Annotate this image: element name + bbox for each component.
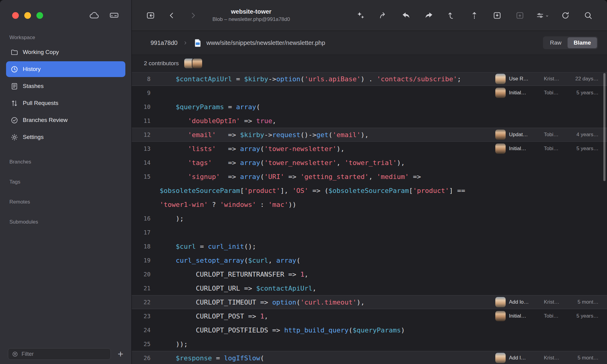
code-text: $queryParams = array( xyxy=(155,103,607,111)
blame-commit-message: Initial… xyxy=(509,146,541,152)
sidebar-section-tags[interactable]: Tags xyxy=(9,179,131,185)
zoom-button[interactable] xyxy=(36,12,43,19)
code-text: $curl = curl_init(); xyxy=(155,243,607,250)
sidebar-item-label: History xyxy=(23,66,41,72)
apply-stash-icon xyxy=(515,11,524,20)
sidebar-item-branches-review[interactable]: Branches Review xyxy=(6,112,125,128)
sidebar-item-history[interactable]: History xyxy=(6,61,125,77)
code-line-17[interactable]: 17 xyxy=(132,225,607,239)
filter-input[interactable] xyxy=(22,351,107,357)
view-options-button[interactable] xyxy=(536,9,549,22)
code-line-22[interactable]: 22 CURLOPT_TIMEOUT => option('curl.timeo… xyxy=(132,295,607,309)
code-line-21[interactable]: 21 CURLOPT_URL => $contactApiUrl, xyxy=(132,281,607,295)
blame-annotation[interactable]: Use R…Krist…22 days… xyxy=(495,74,607,84)
blame-annotation[interactable]: Initial…Tobi…5 years… xyxy=(495,88,607,98)
commit-icon xyxy=(470,11,479,20)
code-line-11[interactable]: 11 'doubleOptIn' => true, xyxy=(132,114,607,128)
pull-button[interactable] xyxy=(399,9,413,22)
blame-annotation[interactable]: Updat…Tobi…4 years… xyxy=(495,130,607,140)
code-line-10[interactable]: 10 $queryParams = array( xyxy=(132,100,607,114)
avatar-tobias xyxy=(495,88,506,98)
quick-actions-button[interactable] xyxy=(354,9,367,22)
sidebar-section-remotes[interactable]: Remotes xyxy=(9,199,131,205)
cloud-button[interactable] xyxy=(89,10,100,21)
code-line-25[interactable]: 25 )); xyxy=(132,337,607,351)
code-line-15[interactable]: 15 'signup' => array('URI' => 'getting_s… xyxy=(132,170,607,184)
sidebar-item-pull-requests[interactable]: Pull Requests xyxy=(6,95,125,111)
blame-date: 5 years… xyxy=(568,90,599,96)
blame-annotation[interactable]: Initial…Tobi…5 years… xyxy=(495,143,607,154)
code-line-wrap[interactable]: $obsoleteSourceParam['product'], 'OS' =>… xyxy=(132,184,607,197)
commit-button[interactable] xyxy=(468,9,481,22)
chevron-down-icon xyxy=(545,13,549,19)
blame-commit-message: Initial… xyxy=(509,90,541,96)
code-line-26[interactable]: 26 $response = logIfSlow(Add l…Krist…5 m… xyxy=(132,351,607,364)
line-number: 18 xyxy=(132,243,155,250)
code-text: $response = logIfSlow( xyxy=(155,354,495,362)
blame-annotation[interactable]: Initial…Tobi…5 years… xyxy=(495,311,607,321)
minimize-button[interactable] xyxy=(24,12,31,19)
code-text: CURLOPT_TIMEOUT => option('curl.timeout'… xyxy=(155,298,495,306)
add-button[interactable]: + xyxy=(115,349,126,359)
blame-annotation[interactable]: Add l…Krist…5 mont… xyxy=(495,353,607,363)
sidebar-section-branches[interactable]: Branches xyxy=(9,159,131,165)
chevron-right-button[interactable] xyxy=(186,9,200,22)
sidebar-item-settings[interactable]: Settings xyxy=(6,129,125,145)
filter-row: + xyxy=(0,348,131,360)
code-line-24[interactable]: 24 CURLOPT_POSTFIELDS => http_build_quer… xyxy=(132,323,607,337)
code-text: )); xyxy=(155,340,607,348)
push-icon xyxy=(424,11,433,20)
file-path: www/site/snippets/newsletter/newsletter.… xyxy=(206,39,325,46)
sidebar-item-stashes[interactable]: Stashes xyxy=(6,78,125,94)
refresh-icon xyxy=(561,11,570,20)
drive-button[interactable] xyxy=(109,10,120,21)
line-number: 9 xyxy=(132,89,155,96)
chevron-left-button[interactable] xyxy=(165,9,178,22)
line-number: 13 xyxy=(132,145,155,152)
code-line-wrap[interactable]: 'tower1-win' ? 'windows' : 'mac')) xyxy=(132,197,607,211)
stash-button[interactable] xyxy=(490,9,504,22)
code-text: $contactApiUrl = $kirby->option('urls.ap… xyxy=(155,75,495,83)
close-button[interactable] xyxy=(12,12,19,19)
code-line-8[interactable]: 8 $contactApiUrl = $kirby->option('urls.… xyxy=(132,72,607,86)
sidebar-section-submodules[interactable]: Submodules xyxy=(9,219,131,225)
avatar-tobias[interactable] xyxy=(192,58,203,69)
sidebar-item-working-copy[interactable]: Working Copy xyxy=(6,44,125,60)
view-mode-raw[interactable]: Raw xyxy=(544,37,568,48)
code-line-20[interactable]: 20 CURLOPT_RETURNTRANSFER => 1, xyxy=(132,267,607,281)
code-line-9[interactable]: 9Initial…Tobi…5 years… xyxy=(132,86,607,100)
code-line-13[interactable]: 13 'lists' => array('tower-newsletter'),… xyxy=(132,142,607,156)
pull-icon xyxy=(402,11,411,20)
toolbar: website-tower Blob – newsletter.php@991a… xyxy=(132,0,607,31)
code-line-14[interactable]: 14 'tags' => array('tower_newsletter', '… xyxy=(132,156,607,170)
line-number: 14 xyxy=(132,159,155,166)
sidebar-header xyxy=(0,0,131,31)
vertical-scrollbar[interactable] xyxy=(603,73,605,181)
line-number: 22 xyxy=(132,299,155,305)
code-line-18[interactable]: 18 $curl = curl_init(); xyxy=(132,239,607,253)
avatar-tobias xyxy=(495,311,506,321)
view-mode-blame[interactable]: Blame xyxy=(568,37,597,48)
code-line-16[interactable]: 16 ); xyxy=(132,211,607,225)
sidebar-header-icons xyxy=(89,10,120,21)
push-button[interactable] xyxy=(422,9,436,22)
php-file-icon xyxy=(193,38,202,48)
fetch-button[interactable] xyxy=(377,9,390,22)
blame-author: Tobi… xyxy=(544,90,565,96)
back-to-working-copy-button[interactable] xyxy=(144,9,157,22)
checkout-button[interactable] xyxy=(445,9,458,22)
blame-commit-message: Initial… xyxy=(509,313,541,319)
blame-annotation[interactable]: Add lo…Krist…5 mont… xyxy=(495,297,607,307)
code-line-12[interactable]: 12 'email' => $kirby->request()->get('em… xyxy=(132,128,607,142)
code-line-19[interactable]: 19 curl_setopt_array($curl, array( xyxy=(132,253,607,267)
code-line-23[interactable]: 23 CURLOPT_POST => 1,Initial…Tobi…5 year… xyxy=(132,309,607,323)
refresh-button[interactable] xyxy=(559,9,572,22)
filter-field[interactable] xyxy=(8,348,111,360)
line-number: 11 xyxy=(132,117,155,124)
commit-hash[interactable]: 991a78d0 xyxy=(151,39,178,46)
gear-icon xyxy=(10,133,19,141)
apply-stash-button[interactable] xyxy=(513,9,527,22)
search-button[interactable] xyxy=(582,9,595,22)
sidebar-section-workspace[interactable]: Workspace xyxy=(9,35,131,41)
code-text: 'tower1-win' ? 'windows' : 'mac')) xyxy=(155,201,607,208)
